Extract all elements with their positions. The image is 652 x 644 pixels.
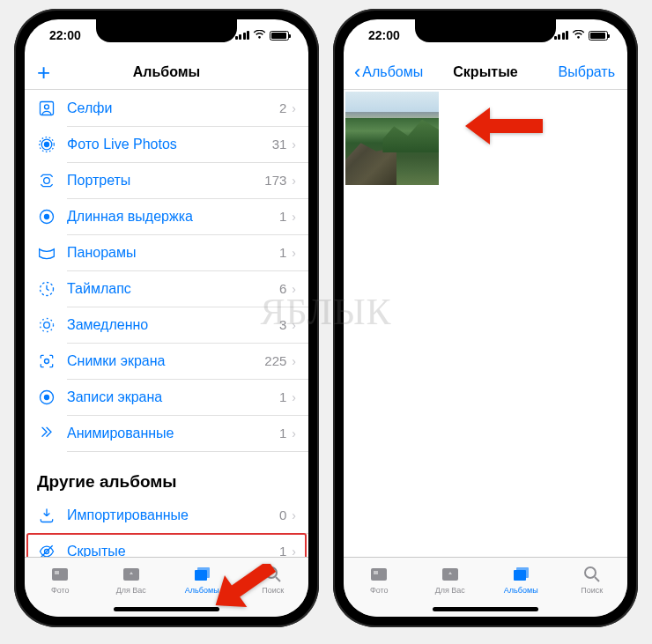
row-label: Снимки экрана	[67, 353, 264, 369]
svg-point-5	[44, 177, 50, 183]
row-count: 225	[264, 353, 286, 368]
svg-point-21	[266, 567, 277, 578]
svg-point-13	[45, 395, 49, 399]
row-label: Портреты	[67, 173, 264, 189]
status-time: 22:00	[49, 28, 102, 42]
wifi-icon	[572, 30, 585, 41]
tab-albums[interactable]: Альбомы	[167, 558, 238, 601]
svg-rect-23	[371, 568, 387, 581]
tab-search[interactable]: Поиск	[557, 558, 628, 601]
media-row-live[interactable]: Фото Live Photos31›	[25, 126, 308, 162]
svg-rect-16	[52, 568, 68, 581]
tab-icon	[440, 565, 461, 584]
import-icon	[37, 506, 56, 525]
tab-foryou[interactable]: Для Вас	[96, 558, 167, 601]
media-row-screenrec[interactable]: Записи экрана1›	[25, 379, 308, 415]
battery-icon	[589, 31, 608, 41]
add-button[interactable]: +	[37, 61, 50, 84]
tab-albums[interactable]: Альбомы	[485, 558, 557, 601]
nav-bar: + Альбомы	[25, 55, 308, 90]
media-row-longexp[interactable]: Длинная выдержка1›	[25, 198, 308, 234]
svg-line-22	[276, 577, 280, 581]
nav-bar: ‹Альбомы Скрытые Выбрать	[344, 55, 627, 90]
row-count: 1	[279, 544, 286, 557]
nav-title: Альбомы	[133, 64, 201, 80]
chevron-right-icon: ›	[292, 137, 296, 152]
row-count: 3	[279, 317, 286, 332]
phone-left: 22:00 + Альбомы Селфи2›Фото Live Photos3…	[14, 9, 319, 627]
screenrec-icon	[37, 388, 56, 407]
album-list[interactable]: Селфи2›Фото Live Photos31›Портреты173›Дл…	[25, 90, 308, 557]
tab-icon	[121, 565, 142, 584]
slomo-icon	[37, 315, 56, 335]
tab-icon	[49, 565, 70, 584]
home-indicator[interactable]	[433, 607, 538, 611]
signal-icon	[554, 31, 569, 40]
tab-photos[interactable]: Фото	[344, 558, 415, 601]
media-row-portrait[interactable]: Портреты173›	[25, 162, 308, 198]
row-count: 31	[272, 137, 287, 152]
chevron-right-icon: ›	[292, 318, 296, 332]
other-row-import[interactable]: Импортированные0›	[25, 497, 308, 533]
pano-icon	[37, 243, 56, 263]
svg-line-29	[595, 577, 599, 581]
media-row-pano[interactable]: Панорамы1›	[25, 234, 308, 270]
longexp-icon	[37, 207, 56, 226]
back-button[interactable]: ‹Альбомы	[354, 63, 423, 82]
chevron-left-icon: ‹	[354, 63, 360, 82]
svg-point-2	[45, 142, 49, 146]
chevron-right-icon: ›	[292, 174, 296, 188]
row-label: Селфи	[67, 100, 279, 116]
nav-title: Скрытые	[453, 64, 517, 80]
photo-thumbnail[interactable]	[345, 92, 439, 185]
status-time: 22:00	[368, 28, 421, 42]
row-count: 0	[279, 507, 286, 522]
media-row-animated[interactable]: Анимированные1›	[25, 415, 308, 451]
tab-label: Альбомы	[504, 586, 538, 595]
tab-search[interactable]: Поиск	[238, 558, 309, 601]
tab-foryou[interactable]: Для Вас	[415, 558, 486, 601]
tab-label: Фото	[370, 586, 389, 595]
svg-point-6	[45, 214, 49, 218]
tab-icon	[263, 565, 284, 584]
row-label: Длинная выдержка	[67, 209, 279, 225]
svg-rect-20	[197, 567, 210, 578]
home-indicator[interactable]	[114, 607, 219, 611]
chevron-right-icon: ›	[292, 282, 296, 296]
row-label: Панорамы	[67, 245, 279, 261]
tab-icon	[191, 565, 212, 584]
row-count: 1	[279, 389, 286, 404]
tab-photos[interactable]: Фото	[25, 558, 96, 601]
svg-rect-0	[41, 101, 54, 115]
other-row-hidden[interactable]: Скрытые1›	[25, 533, 308, 557]
chevron-right-icon: ›	[292, 354, 296, 368]
svg-rect-24	[374, 571, 378, 574]
chevron-right-icon: ›	[292, 390, 296, 404]
svg-rect-17	[55, 571, 59, 574]
animated-icon	[37, 424, 56, 443]
media-row-timelapse[interactable]: Таймлапс6›	[25, 270, 308, 307]
row-count: 173	[264, 173, 286, 188]
chevron-right-icon: ›	[292, 246, 296, 260]
media-row-slomo[interactable]: Замедленно3›	[25, 307, 308, 343]
svg-rect-27	[516, 567, 529, 578]
row-count: 6	[279, 281, 286, 296]
hidden-photos-grid[interactable]	[344, 90, 627, 557]
timelapse-icon	[37, 279, 56, 299]
chevron-right-icon: ›	[292, 101, 296, 115]
tab-label: Альбомы	[185, 586, 219, 595]
tab-icon	[510, 565, 531, 584]
row-label: Импортированные	[67, 507, 279, 523]
hidden-icon	[37, 542, 56, 558]
media-row-screenshot[interactable]: Снимки экрана225›	[25, 343, 308, 379]
chevron-right-icon: ›	[292, 544, 296, 558]
row-count: 2	[279, 100, 286, 115]
media-row-selfie[interactable]: Селфи2›	[25, 90, 308, 126]
svg-point-28	[585, 567, 596, 578]
svg-point-1	[45, 104, 49, 108]
battery-icon	[270, 31, 289, 41]
select-button[interactable]: Выбрать	[559, 64, 615, 80]
tab-label: Поиск	[262, 586, 284, 595]
portrait-icon	[37, 171, 56, 190]
row-count: 1	[279, 426, 286, 440]
